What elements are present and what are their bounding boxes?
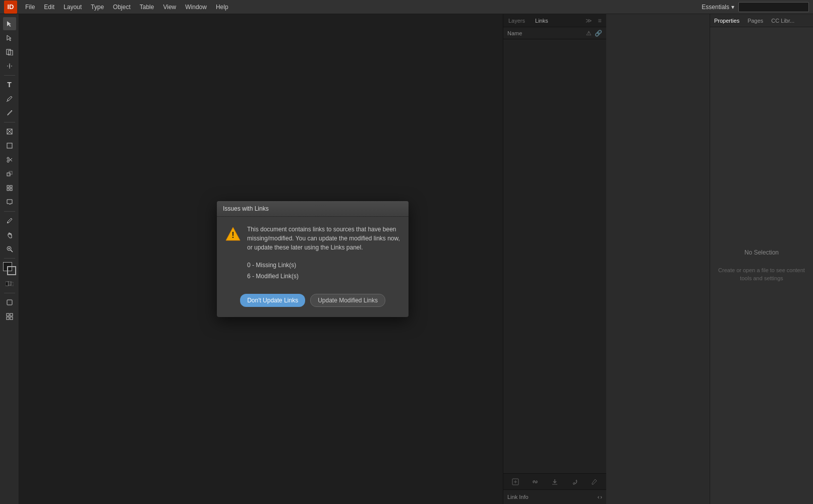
svg-point-9 xyxy=(7,157,9,159)
essentials-button[interactable]: Essentials ▾ xyxy=(702,4,734,11)
tab-pages[interactable]: Pages xyxy=(743,16,767,26)
dialog-message-text: This document contains links to sources … xyxy=(247,225,400,252)
pencil-tool-btn[interactable] xyxy=(3,92,16,105)
no-selection-text: No Selection xyxy=(744,249,779,256)
left-toolbar: T xyxy=(0,14,19,504)
dialog-buttons: Don't Update Links Update Modified Links xyxy=(225,290,400,309)
dialog-title: Issues with Links xyxy=(223,205,269,212)
tool-sep-5 xyxy=(4,293,15,293)
frame-mode-btn[interactable] xyxy=(3,310,16,323)
stroke-color xyxy=(7,266,16,275)
rect-frame-btn[interactable] xyxy=(3,125,16,138)
svg-rect-27 xyxy=(7,300,12,305)
brush-tool-btn[interactable] xyxy=(3,106,16,119)
props-panel-tabs: Properties Pages CC Libr... xyxy=(710,14,813,27)
dialog-titlebar: Issues with Links xyxy=(217,201,409,217)
svg-rect-8 xyxy=(7,143,12,148)
svg-rect-28 xyxy=(7,313,9,316)
svg-line-21 xyxy=(11,250,13,252)
menu-file[interactable]: File xyxy=(21,2,39,12)
dont-update-button[interactable]: Don't Update Links xyxy=(240,294,305,307)
create-open-text: Create or open a file to see content too… xyxy=(718,266,805,283)
issues-dialog: Issues with Links ! This document contai… xyxy=(217,201,409,317)
tool-sep-3 xyxy=(4,211,15,212)
direct-select-btn[interactable] xyxy=(3,31,16,44)
update-modified-button[interactable]: Update Modified Links xyxy=(310,294,385,307)
grid-btn[interactable] xyxy=(3,181,16,195)
menu-right: Essentials ▾ xyxy=(702,2,809,12)
note-btn[interactable] xyxy=(3,196,16,209)
svg-rect-31 xyxy=(10,317,13,320)
essentials-label: Essentials xyxy=(702,4,729,11)
svg-text:!: ! xyxy=(231,231,234,239)
svg-line-4 xyxy=(7,101,8,102)
tool-sep-1 xyxy=(4,75,15,76)
missing-links-stat: 0 - Missing Link(s) xyxy=(247,260,400,271)
menu-edit[interactable]: Edit xyxy=(40,2,59,12)
svg-point-10 xyxy=(7,160,9,162)
menu-bar: ID File Edit Layout Type Object Table Vi… xyxy=(0,0,813,14)
apply-color-btn[interactable] xyxy=(3,277,16,290)
essentials-chevron-icon: ▾ xyxy=(731,4,734,11)
menu-object[interactable]: Object xyxy=(109,2,135,12)
tool-sep-2 xyxy=(4,122,15,122)
gap-tool-btn[interactable] xyxy=(3,59,16,73)
svg-rect-15 xyxy=(7,185,9,187)
type-tool-btn[interactable]: T xyxy=(3,78,16,91)
modal-overlay: Issues with Links ! This document contai… xyxy=(19,14,606,504)
svg-rect-29 xyxy=(10,313,13,316)
scissors-btn[interactable] xyxy=(3,153,16,166)
warning-triangle-icon: ! xyxy=(225,226,241,242)
menu-items: File Edit Layout Type Object Table View … xyxy=(21,2,702,12)
page-tool-btn[interactable] xyxy=(3,45,16,58)
menu-help[interactable]: Help xyxy=(212,2,233,12)
menu-window[interactable]: Window xyxy=(181,2,211,12)
svg-line-11 xyxy=(9,159,12,161)
dialog-content: ! This document contains links to source… xyxy=(217,217,409,317)
menu-layout[interactable]: Layout xyxy=(60,2,86,12)
modified-links-stat: 6 - Modified Link(s) xyxy=(247,271,400,282)
preview-mode-btn[interactable] xyxy=(3,296,16,309)
tab-cc-libraries[interactable]: CC Libr... xyxy=(767,16,798,26)
zoom-btn[interactable] xyxy=(3,242,16,256)
search-input[interactable] xyxy=(738,2,809,12)
svg-rect-16 xyxy=(10,185,12,187)
tool-sep-4 xyxy=(4,258,15,259)
menu-type[interactable]: Type xyxy=(87,2,108,12)
fill-stroke-colors[interactable] xyxy=(3,262,16,275)
props-content: No Selection Create or open a file to se… xyxy=(710,27,813,504)
svg-line-12 xyxy=(9,158,12,161)
svg-rect-17 xyxy=(7,188,9,191)
selection-tool-btn[interactable] xyxy=(3,17,16,30)
rect-tool-btn[interactable] xyxy=(3,139,16,152)
properties-panel: Properties Pages CC Libr... No Selection… xyxy=(710,14,813,504)
menu-view[interactable]: View xyxy=(159,2,180,12)
menu-table[interactable]: Table xyxy=(136,2,158,12)
dialog-message-row: ! This document contains links to source… xyxy=(225,225,400,252)
app-logo: ID xyxy=(4,1,17,14)
tab-properties[interactable]: Properties xyxy=(710,16,743,26)
hand-btn[interactable] xyxy=(3,228,16,241)
svg-rect-30 xyxy=(7,317,9,320)
svg-point-19 xyxy=(7,222,8,223)
transform-btn[interactable] xyxy=(3,167,16,180)
dialog-stats: 0 - Missing Link(s) 6 - Modified Link(s) xyxy=(247,260,400,282)
eyedropper-btn[interactable] xyxy=(3,214,16,227)
svg-rect-18 xyxy=(10,188,12,191)
